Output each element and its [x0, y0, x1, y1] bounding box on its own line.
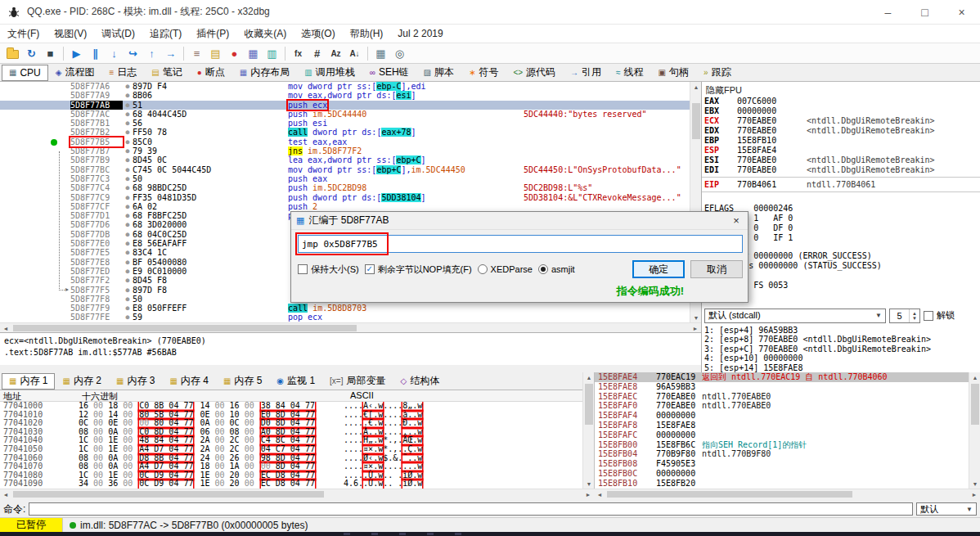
breakpoints-icon[interactable]: ● [225, 45, 244, 62]
tab-script[interactable]: ▨脚本 [416, 65, 461, 81]
disasm-row[interactable]: 5D8F77F9●E8 050FFEFFcall im.5D8D8703 [0, 304, 690, 313]
close-button[interactable]: × [943, 0, 980, 25]
minimize-button[interactable]: – [870, 0, 906, 25]
cancel-button[interactable]: 取消 [690, 260, 743, 278]
register-row[interactable]: ESP15E8FAE4 [702, 146, 980, 155]
disasm-row[interactable]: 5D8F77B7●79 39jns im.5D8F77F2 [0, 146, 690, 155]
disasm-horizontal-scrollbar[interactable]: ◄ ► [0, 322, 701, 332]
stack-row[interactable]: 15E8FB04770B9F80ntdll.770B9F80 [595, 449, 969, 459]
register-row[interactable]: EBX00000000 [702, 106, 980, 116]
stack-row[interactable]: 15E8FAFC00000000 [595, 430, 969, 440]
register-row[interactable]: EBP15E8FB10 [702, 136, 980, 146]
dump-vertical-scrollbar[interactable]: ▲ ▼ [582, 372, 594, 489]
scroll-thumb[interactable] [971, 384, 979, 425]
stack-row[interactable]: 15E8FB1015E8FB20 [595, 479, 969, 489]
ok-button[interactable]: 确定 [632, 260, 685, 278]
tab-memory-map[interactable]: ▦内存布局 [232, 65, 297, 81]
scroll-down-icon[interactable]: ▼ [583, 479, 595, 489]
tab-dump5[interactable]: ▦内存 5 [216, 373, 269, 390]
tab-log[interactable]: ≡日志 [102, 65, 145, 81]
stack-horizontal-scrollbar[interactable]: ◄ ► [594, 489, 980, 498]
keep-size-option[interactable]: 保持大小(S) [298, 263, 359, 276]
tab-dump3[interactable]: ▦内存 3 [109, 373, 162, 390]
fill-nop-option[interactable]: ✓ 剩余字节以NOP填充(F) [365, 263, 472, 276]
xedparse-option[interactable]: XEDParse [478, 264, 533, 274]
step-over-icon[interactable]: ↪ [124, 45, 142, 62]
tab-symbols[interactable]: ∗符号 [461, 65, 506, 81]
stack-row[interactable]: 15E8FB0015E8FB6C指向SEH_Record[1]的指针 [595, 440, 969, 450]
stepper-arrows-icon[interactable]: ▲▼ [909, 309, 919, 322]
menu-item-debug[interactable]: 调试(D) [94, 27, 142, 41]
stack-row[interactable]: 15E8FAE896A59BB3 [595, 382, 969, 392]
tab-dump1[interactable]: ▦内存 1 [2, 373, 55, 390]
step-into-icon[interactable]: ↓ [105, 45, 124, 62]
restart-icon[interactable]: ↻ [22, 45, 41, 62]
calling-convention-select[interactable]: 默认 (stdcall) ▼ [704, 309, 886, 323]
tab-cpu[interactable]: ▦CPU [2, 65, 48, 81]
stack-row[interactable]: 15E8FAF400000000 [595, 411, 969, 421]
command-input[interactable] [29, 502, 913, 516]
keep-size-checkbox[interactable] [298, 264, 308, 274]
disasm-row[interactable]: 5D8F77B2●FF50 78call dword ptr ds:[eax+7… [0, 128, 690, 137]
disasm-row[interactable]: 5D8F77B5●85C0test eax,eax [0, 137, 690, 146]
tab-graph[interactable]: ◈流程图 [48, 65, 102, 81]
search-icon[interactable]: ◎ [390, 45, 409, 62]
az-icon[interactable]: Az [326, 45, 345, 62]
stack-row[interactable]: 15E8FB0C00000000 [595, 469, 969, 479]
unlock-checkbox[interactable] [924, 311, 933, 321]
menu-item-favourites[interactable]: 收藏夹(A) [236, 27, 294, 41]
tab-threads[interactable]: ≈线程 [609, 65, 651, 81]
disasm-row[interactable]: 5D8F77AC●68 4044C45Dpush im.5DC444405DC4… [0, 110, 690, 119]
stop-icon[interactable]: ■ [41, 45, 60, 62]
menu-item-plugins[interactable]: 插件(P) [189, 27, 236, 41]
chip-icon[interactable]: ▦ [371, 45, 390, 62]
register-row[interactable]: ECX770EABE0<ntdll.DbgUiRemoteBreakin> [702, 116, 980, 126]
scroll-thumb[interactable] [13, 491, 324, 498]
disasm-row[interactable]: 5D8F77CF●6A 02push 2 [0, 202, 690, 211]
menu-item-file[interactable]: 文件(F) [0, 27, 47, 41]
windows-taskbar[interactable] [0, 532, 980, 536]
tab-references[interactable]: →引用 [563, 65, 609, 81]
fill-nop-checkbox[interactable]: ✓ [365, 264, 375, 274]
scroll-up-icon[interactable]: ▲ [690, 82, 702, 92]
xedparse-radio[interactable] [478, 264, 488, 274]
disasm-row[interactable]: 5D8F77C3●50push eax [0, 174, 690, 183]
stack-row[interactable]: 15E8FAEC770EABE0ntdll.770EABE0 [595, 392, 969, 402]
fx-icon[interactable]: fx [289, 45, 308, 62]
tab-watch1[interactable]: ◉监视 1 [269, 373, 322, 390]
disasm-row[interactable]: 5D8F77FE●59pop ecx [0, 313, 690, 322]
scroll-up-icon[interactable]: ▲ [969, 372, 980, 382]
tab-call-stack[interactable]: ▥调用堆栈 [297, 65, 362, 81]
breakpoint-dot[interactable] [51, 139, 57, 146]
dump-row[interactable]: 7704109034 00 36 000C D9 04 771E 00 20 0… [0, 480, 582, 489]
menu-item-options[interactable]: 选项(O) [294, 27, 342, 41]
dialog-close-button[interactable]: × [725, 212, 748, 230]
stack-vertical-scrollbar[interactable]: ▲ ▼ [969, 372, 980, 489]
tab-notes[interactable]: ▤笔记 [144, 65, 189, 81]
open-file-icon[interactable] [3, 45, 22, 62]
disasm-row[interactable]: 5D8F77C4●68 98BDC25Dpush im.5DC2BD985DC2… [0, 183, 690, 192]
tab-trace[interactable]: »跟踪 [696, 65, 739, 81]
menu-item-trace[interactable]: 追踪(T) [142, 27, 189, 41]
dialog-titlebar[interactable]: ▦ 汇编于 5D8F77AB × [291, 212, 748, 230]
asmjit-radio[interactable] [538, 264, 548, 274]
run-to-cursor-icon[interactable]: → [161, 45, 180, 62]
tab-handles[interactable]: ▣句柄 [651, 65, 696, 81]
sort-az-icon[interactable]: A↓ [345, 45, 364, 62]
tab-locals[interactable]: [x=]局部变量 [322, 373, 393, 390]
scroll-thumb[interactable] [607, 491, 852, 498]
scroll-thumb[interactable] [13, 325, 357, 331]
register-row[interactable]: EAX007C6000 [702, 97, 980, 106]
tab-source[interactable]: <>源代码 [506, 65, 563, 81]
disasm-row[interactable]: 5D8F77C9●FF35 0481D35Dpush dword ptr ds:… [0, 193, 690, 202]
menu-item-help[interactable]: 帮助(H) [343, 27, 391, 41]
register-row[interactable]: EDX770EABE0<ntdll.DbgUiRemoteBreakin> [702, 126, 980, 136]
assemble-instruction-input[interactable] [298, 235, 743, 253]
disasm-row[interactable]: 5D8F77BC●C745 0C 5044C45Dmov dword ptr s… [0, 165, 690, 174]
stack-pane[interactable]: 15E8FAE4770EAC19返回到 ntdll.770EAC19 自 ntd… [594, 372, 969, 489]
memory-map-icon[interactable]: ▦ [244, 45, 263, 62]
scroll-down-icon[interactable]: ▼ [690, 313, 702, 322]
tab-struct[interactable]: ◇结构体 [393, 373, 447, 390]
hex-dump-pane[interactable]: 7704100016 00 18 00C0 8B 04 7714 00 16 0… [0, 402, 582, 489]
argument-depth-stepper[interactable]: 5 ▲▼ [889, 309, 920, 323]
